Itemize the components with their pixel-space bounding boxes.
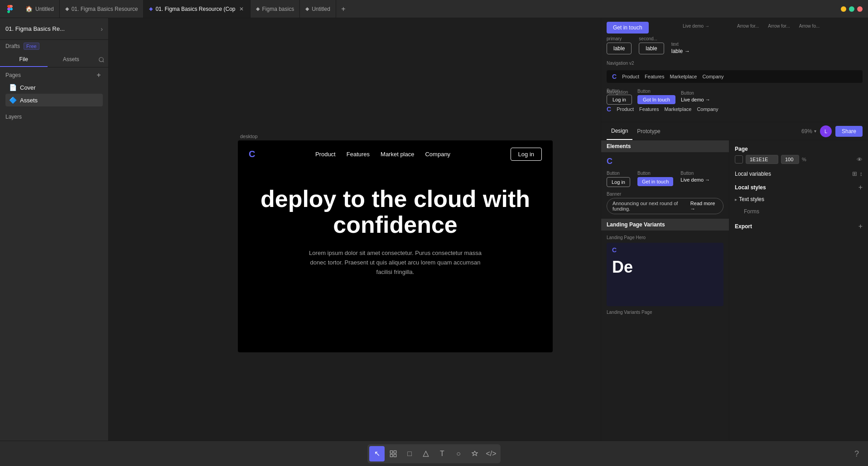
page-opacity-input[interactable] <box>781 155 799 164</box>
bottom-button-row: Button Log in Button Got In touch Button… <box>607 88 863 105</box>
get-in-touch-button[interactable]: Get in touch <box>607 22 649 34</box>
navigation-label: Navigation <box>607 90 628 95</box>
get-in-touch-elem-button[interactable]: Get in touch <box>637 177 673 186</box>
local-variables-icon-2[interactable]: ↕ <box>860 170 863 177</box>
tab-untitled-home[interactable]: 🏠 Untitled <box>20 0 60 18</box>
button-elem-label-1: Button <box>607 171 630 176</box>
page-section-title: Page <box>735 146 748 152</box>
local-variables-label: Local variables <box>735 171 771 177</box>
local-styles-add-button[interactable]: + <box>858 183 863 192</box>
read-more-link[interactable]: Read more → <box>690 201 718 211</box>
right-panels-column: Get in touch Live demo → Arrow for... Ar… <box>601 18 868 441</box>
logo-item: C <box>607 157 612 166</box>
select-tool-button[interactable]: ↖ <box>369 446 385 461</box>
export-label: Export <box>735 223 752 230</box>
search-icon[interactable] <box>98 57 105 63</box>
text-styles-header[interactable]: ▸ Text styles <box>735 194 863 204</box>
ellipse-tool-button[interactable]: ○ <box>451 446 466 461</box>
vector-tool-button[interactable] <box>418 446 434 461</box>
project-menu-icon[interactable]: › <box>101 25 103 33</box>
local-variables-section: Local variables ⊞ ↕ <box>735 170 863 177</box>
nav-link-company[interactable]: Company <box>425 151 450 158</box>
local-variables-icons: ⊞ ↕ <box>852 170 863 177</box>
canvas-login-button[interactable]: Log in <box>511 148 542 161</box>
tab-close-icon[interactable]: ✕ <box>238 6 245 12</box>
lable-text-button[interactable]: lable → <box>671 48 690 54</box>
close-button[interactable] <box>857 6 863 12</box>
forms-item[interactable]: Forms <box>735 207 863 216</box>
help-button[interactable]: ? <box>854 449 859 459</box>
prototype-tab[interactable]: Prototype <box>632 122 665 140</box>
local-variables-icon-1[interactable]: ⊞ <box>852 170 857 177</box>
text-tool-button[interactable]: T <box>434 446 450 461</box>
add-page-button[interactable]: + <box>95 71 103 79</box>
titlebar-right <box>835 6 868 12</box>
nav-v2-logo: C <box>612 73 617 80</box>
banner-item: Banner Announcing our next round of fund… <box>607 192 723 214</box>
second-nav-logo: C <box>607 106 611 113</box>
components-tool-button[interactable] <box>467 446 482 461</box>
banner-element[interactable]: Announcing our next round of funding. Re… <box>607 198 723 214</box>
nav-link-features[interactable]: Features <box>347 151 370 158</box>
canvas-hero-description: Lorem ipsum dolor sit amet consectetur. … <box>305 249 486 277</box>
panel-body-split: Elements C <box>601 140 868 441</box>
nav-link-product[interactable]: Product <box>315 151 336 158</box>
log-in-elem-button[interactable]: Log in <box>607 177 630 187</box>
design-tab[interactable]: Design <box>607 122 632 140</box>
canvas-nav: C Product Features Market place Company … <box>238 140 553 168</box>
page-item-assets[interactable]: 🔷 Assets <box>5 94 103 106</box>
rectangle-tool-button[interactable]: □ <box>402 446 417 461</box>
page-color-swatch[interactable] <box>735 155 743 163</box>
landing-variants-header[interactable]: Landing Page Variants <box>601 219 729 231</box>
export-add-button[interactable]: + <box>858 222 863 231</box>
live-demo-elem-button[interactable]: Live demo → <box>680 177 710 183</box>
lp-hero-big-text: De <box>607 257 723 277</box>
nav-link-marketplace[interactable]: Market place <box>381 151 414 158</box>
user-avatar: L <box>820 125 832 137</box>
add-tab-button[interactable]: + <box>336 0 351 18</box>
tab-figma-basics[interactable]: ◆ Figma basics <box>251 0 300 18</box>
minimize-button[interactable] <box>841 6 846 12</box>
landing-variants-body: Landing Page Hero C De Landing Variants … <box>601 231 729 321</box>
lable-secondary-button[interactable]: lable <box>639 43 664 54</box>
live-demo-preview-button[interactable]: Live demo → <box>681 97 710 102</box>
button-col-3: Button Live demo → <box>681 91 710 102</box>
nav-v2-link-2: Features <box>645 74 664 79</box>
got-in-touch-button[interactable]: Got In touch <box>637 95 675 104</box>
button-elem-label-3: Button <box>680 171 710 176</box>
page-item-cover[interactable]: 📄 Cover <box>5 81 103 94</box>
titlebar-left <box>0 3 20 15</box>
visibility-icon[interactable]: 👁 <box>857 156 863 163</box>
arrow-for-label-3: Arrow fo... <box>799 24 820 29</box>
canvas-area[interactable]: desktop C Product Features Market place … <box>109 18 601 441</box>
figma-logo-icon[interactable] <box>4 3 16 15</box>
frame-tool-button[interactable] <box>386 446 401 461</box>
elements-panel: Elements C <box>601 140 729 219</box>
share-button[interactable]: Share <box>835 126 863 137</box>
svg-point-0 <box>99 58 103 62</box>
page-section-header: Page <box>735 146 863 152</box>
tab-figma-basics-resource-copy[interactable]: ◆ 01. Figma Basics Resource (Cop ✕ <box>144 0 250 18</box>
design-panel: Design Prototype 69% ▾ L Share <box>601 122 868 441</box>
log-in-preview-button[interactable]: Log in <box>607 95 632 105</box>
maximize-button[interactable] <box>849 6 854 12</box>
canvas-nav-links: Product Features Market place Company <box>315 151 450 158</box>
tab-bar: 🏠 Untitled ◆ 01. Figma Basics Resource ◆… <box>20 0 835 18</box>
lable-primary-button[interactable]: lable <box>607 43 632 54</box>
page-color-input[interactable] <box>746 155 778 164</box>
tab-figma-basics-resource[interactable]: ◆ 01. Figma Basics Resource <box>60 0 144 18</box>
drafts-link[interactable]: Drafts <box>5 43 20 49</box>
button-label-2: Button <box>637 89 675 94</box>
tab-untitled2[interactable]: ◆ Untitled <box>300 0 336 18</box>
layers-title: Layers <box>5 114 103 120</box>
sidebar-tab-assets[interactable]: Assets <box>48 53 95 67</box>
zoom-control[interactable]: 69% ▾ <box>801 128 816 135</box>
sidebar-header: 01. Figma Basics Re... › <box>0 18 108 40</box>
assets-page-icon: 🔷 <box>9 96 16 104</box>
elements-panel-header[interactable]: Elements <box>601 140 729 152</box>
free-badge[interactable]: Free <box>24 43 39 50</box>
bottom-toolbar: ↖ □ T ○ </> ? <box>0 441 868 466</box>
c-logo-element[interactable]: C <box>607 157 612 166</box>
sidebar-tab-file[interactable]: File <box>0 53 48 67</box>
code-tool-button[interactable]: </> <box>483 446 499 461</box>
